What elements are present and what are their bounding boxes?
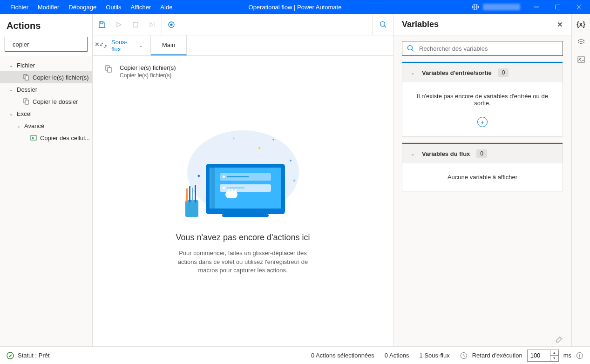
- menu-afficher[interactable]: Afficher: [126, 1, 156, 13]
- execution-delay: Retard d'exécution ▲ ▼ ms: [460, 350, 583, 362]
- svg-point-22: [105, 45, 107, 46]
- svg-rect-33: [223, 187, 225, 189]
- title-bar: Fichier Modifier Débogage Outils Affiche…: [0, 0, 590, 14]
- svg-rect-35: [228, 189, 230, 192]
- dragged-action-subtitle: Copier le(s) fichier(s): [120, 72, 176, 79]
- svg-rect-47: [578, 57, 584, 62]
- user-badge[interactable]: [466, 0, 526, 14]
- maximize-button[interactable]: [547, 0, 569, 14]
- empty-state-title: Vous n'avez pas encore d'actions ici: [176, 233, 310, 243]
- layers-tool-icon[interactable]: [576, 37, 586, 47]
- action-copier-fichiers[interactable]: Copier le(s) fichier(s): [0, 71, 92, 83]
- step-button[interactable]: [148, 20, 157, 29]
- svg-point-21: [100, 45, 102, 46]
- workspace-search-button[interactable]: [373, 14, 393, 35]
- tree-cat-dossier[interactable]: ⌄Dossier: [0, 83, 92, 95]
- chevron-down-icon: ⌄: [8, 87, 14, 92]
- flow-variables-section: ⌄ Variables du flux 0 Aucune variable à …: [402, 142, 563, 191]
- delay-value[interactable]: [528, 352, 550, 359]
- menu-modifier[interactable]: Modifier: [33, 1, 64, 13]
- tree-subcat-avance[interactable]: ⌄Avancé: [0, 120, 92, 132]
- record-button[interactable]: [167, 20, 176, 29]
- stop-button[interactable]: [131, 20, 140, 29]
- menu-aide[interactable]: Aide: [156, 1, 177, 13]
- close-panel-icon[interactable]: ✕: [557, 20, 563, 29]
- excel-icon: [30, 134, 37, 142]
- delay-input[interactable]: ▲ ▼: [527, 350, 559, 362]
- menu-debogage[interactable]: Débogage: [64, 1, 101, 13]
- tree-cat-fichier[interactable]: ⌄Fichier: [0, 59, 92, 71]
- variables-search[interactable]: [402, 41, 563, 56]
- flow-variables-count: 0: [476, 149, 487, 158]
- flow-variables-header[interactable]: ⌄ Variables du flux 0: [402, 143, 563, 163]
- empty-state: Vous n'avez pas encore d'actions ici Pou…: [93, 87, 393, 346]
- tab-main[interactable]: Main: [151, 35, 187, 55]
- dragged-action-title: Copier le(s) fichier(s): [120, 64, 176, 71]
- chevron-down-icon: ⌄: [410, 70, 415, 75]
- dragged-action[interactable]: Copier le(s) fichier(s) Copier le(s) fic…: [93, 56, 393, 87]
- svg-rect-13: [31, 135, 36, 140]
- variables-title: Variables: [402, 20, 439, 29]
- toolbar: [93, 14, 393, 35]
- info-icon[interactable]: [576, 352, 583, 359]
- actions-tree: ⌄Fichier Copier le(s) fichier(s) ⌄Dossie…: [0, 56, 92, 346]
- delay-label: Retard d'exécution: [472, 352, 522, 359]
- io-variables-section: ⌄ Variables d'entrée/sortie 0 Il n'exist…: [402, 61, 563, 137]
- variables-search-input[interactable]: [419, 45, 558, 52]
- subflow-icon: [100, 42, 107, 49]
- status-bar: Statut : Prêt 0 Actions sélectionnées 0 …: [0, 346, 590, 364]
- svg-rect-40: [186, 189, 188, 202]
- actions-search-input[interactable]: [13, 41, 91, 48]
- svg-rect-34: [227, 187, 244, 189]
- delay-down[interactable]: ▼: [550, 356, 558, 361]
- delay-unit: ms: [563, 352, 571, 359]
- main-menu: Fichier Modifier Débogage Outils Affiche…: [0, 1, 177, 13]
- svg-rect-12: [25, 100, 28, 104]
- images-tool-icon[interactable]: [576, 55, 586, 64]
- tree-cat-excel[interactable]: ⌄Excel: [0, 108, 92, 120]
- eraser-icon[interactable]: [555, 334, 563, 343]
- io-variables-empty: Il n'existe pas encore de variables d'en…: [402, 82, 563, 117]
- svg-rect-39: [185, 200, 198, 217]
- actions-panel: Actions ✕ ⌄Fichier Copier le(s) fichier(…: [0, 14, 93, 346]
- workspace-panel: Sous-flux ⌄ Main Copier le(s) fichier(s)…: [93, 14, 393, 346]
- search-icon: [407, 45, 414, 52]
- chevron-down-icon: ⌄: [8, 63, 14, 68]
- menu-outils[interactable]: Outils: [101, 1, 126, 13]
- add-io-variable-button[interactable]: +: [477, 117, 488, 127]
- chevron-down-icon: ⌄: [8, 111, 14, 116]
- run-button[interactable]: [114, 20, 123, 29]
- svg-rect-43: [195, 185, 196, 202]
- svg-point-18: [170, 23, 173, 26]
- menu-fichier[interactable]: Fichier: [6, 1, 33, 13]
- svg-rect-42: [192, 188, 193, 202]
- svg-rect-38: [222, 214, 269, 217]
- action-copier-dossier[interactable]: Copier le dossier: [0, 95, 92, 108]
- svg-point-52: [579, 354, 580, 355]
- status-actions: 0 Actions: [385, 352, 409, 359]
- io-variables-header[interactable]: ⌄ Variables d'entrée/sortie 0: [402, 62, 563, 82]
- variables-panel: Variables ✕ ⌄ Variables d'entrée/sortie …: [393, 14, 571, 346]
- chevron-down-icon: ⌄: [410, 151, 415, 156]
- workspace[interactable]: Copier le(s) fichier(s) Copier le(s) fic…: [93, 56, 393, 346]
- chevron-down-icon: ⌄: [16, 123, 21, 128]
- right-tool-strip: {x}: [571, 14, 590, 346]
- svg-point-48: [579, 58, 580, 60]
- close-button[interactable]: [569, 0, 590, 14]
- actions-search[interactable]: ✕: [5, 37, 88, 52]
- save-button[interactable]: [97, 20, 107, 29]
- svg-line-20: [384, 26, 386, 27]
- action-copier-cellules[interactable]: Copier des cellul...: [0, 132, 92, 144]
- copy-icon: [105, 65, 113, 74]
- variables-header: Variables ✕: [393, 14, 571, 35]
- svg-rect-4: [556, 5, 560, 9]
- delay-up[interactable]: ▲: [550, 350, 558, 356]
- subflow-dropdown[interactable]: Sous-flux ⌄: [93, 35, 151, 55]
- svg-point-45: [408, 46, 413, 50]
- variables-tool-icon[interactable]: {x}: [576, 20, 586, 29]
- svg-rect-10: [25, 76, 28, 80]
- minimize-button[interactable]: [526, 0, 547, 14]
- clock-icon: [460, 352, 468, 359]
- search-icon: [380, 21, 387, 28]
- svg-rect-41: [189, 186, 190, 202]
